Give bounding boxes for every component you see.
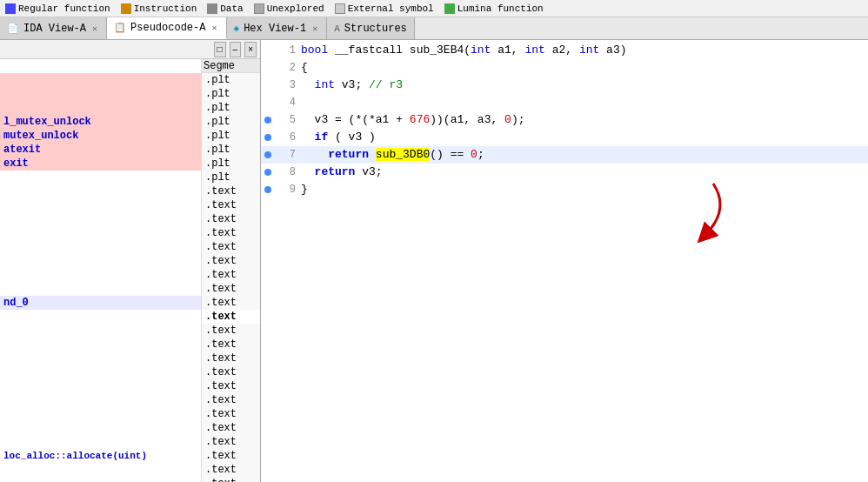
line-content-8: return v3;	[301, 164, 868, 181]
code-line-5: 5 v3 = (*(*a1 + 676))(a1, a3, 0);	[261, 111, 868, 129]
list-item	[0, 87, 201, 101]
line-content-2: {	[301, 59, 868, 77]
list-item	[0, 73, 201, 87]
list-item	[0, 268, 201, 282]
breakpoint-dot-6	[264, 134, 271, 141]
line-number-3: 3	[275, 77, 301, 94]
seg-item: .text	[202, 198, 260, 212]
code-line-2: 2 {	[261, 59, 868, 77]
code-line-3: 3 int v3; // r3	[261, 77, 868, 94]
seg-item: .text	[202, 407, 260, 421]
seg-item: .text	[202, 449, 260, 463]
seg-item: .plt	[202, 129, 260, 143]
legend-data-label: Data	[220, 3, 243, 14]
list-item-mutex-unlock: mutex_unlock	[0, 129, 201, 143]
list-item	[0, 240, 201, 254]
code-line-1: 1 bool __fastcall sub_3EB4(int a1, int a…	[261, 42, 868, 59]
tab-hex-view-close[interactable]: ✕	[310, 23, 319, 35]
list-item	[0, 212, 201, 226]
line-number-2: 2	[275, 59, 301, 77]
list-item	[0, 171, 201, 184]
seg-item: .text	[202, 379, 260, 393]
list-item-l-mutex-unlock: l_mutex_unlock	[0, 115, 201, 129]
tab-ida-view-close[interactable]: ✕	[90, 23, 99, 35]
legend-external-symbol: External symbol	[335, 3, 434, 14]
list-item-loc-alloc: loc_alloc::allocate(uint)	[0, 449, 201, 463]
list-item	[0, 435, 201, 449]
legend-regular-function: Regular function	[5, 3, 110, 14]
line-dot-5	[261, 117, 275, 124]
right-panel: 1 bool __fastcall sub_3EB4(int a1, int a…	[261, 40, 868, 482]
seg-item: .plt	[202, 101, 260, 115]
tab-structures[interactable]: A Structures	[327, 17, 415, 39]
list-item	[0, 407, 201, 421]
list-item-exit: exit	[0, 157, 201, 171]
list-item	[0, 226, 201, 240]
line-dot-6	[261, 134, 275, 141]
seg-item: .text	[202, 184, 260, 198]
line-number-4: 4	[275, 94, 301, 111]
seg-item: .text	[202, 393, 260, 407]
legend-unexplored-label: Unexplored	[267, 3, 324, 14]
seg-item: .text	[202, 240, 260, 254]
tab-structures-label: Structures	[344, 23, 407, 35]
tab-ida-view[interactable]: 📄 IDA View-A ✕	[0, 17, 107, 39]
segment-column: Segme .plt .plt .plt .plt .plt .plt .plt…	[201, 59, 260, 482]
legend-external-symbol-label: External symbol	[348, 3, 434, 14]
seg-item: .text	[202, 421, 260, 435]
list-item	[0, 101, 201, 115]
list-item-nd0: nd_0	[0, 296, 201, 310]
seg-item: .text	[202, 463, 260, 477]
code-line-4: 4	[261, 94, 868, 111]
tab-hex-view[interactable]: ◈ Hex View-1 ✕	[227, 17, 328, 39]
code-line-6: 6 if ( v3 )	[261, 129, 868, 146]
lumina-function-icon	[444, 3, 455, 14]
breakpoint-dot-8	[264, 169, 271, 176]
line-number-9: 9	[275, 181, 301, 198]
segment-column-header-label: Segme	[204, 60, 235, 72]
list-item	[0, 338, 201, 351]
external-symbol-icon	[335, 3, 345, 14]
seg-item: .plt	[202, 87, 260, 101]
panel-minimize-button[interactable]: –	[230, 42, 242, 57]
list-item	[0, 184, 201, 198]
seg-item: .text	[202, 365, 260, 379]
legend-data: Data	[207, 3, 243, 14]
tab-pseudocode-close[interactable]: ✕	[210, 22, 218, 34]
list-item	[0, 324, 201, 338]
line-content-1: bool __fastcall sub_3EB4(int a1, int a2,…	[301, 42, 868, 59]
seg-item: .text	[202, 351, 260, 365]
tab-pseudocode-icon: 📋	[114, 22, 126, 33]
tab-bar: 📄 IDA View-A ✕ 📋 Pseudocode-A ✕ ◈ Hex Vi…	[0, 17, 868, 40]
list-item	[0, 351, 201, 365]
tab-pseudocode[interactable]: 📋 Pseudocode-A ✕	[107, 17, 226, 39]
line-content-6: if ( v3 )	[301, 129, 868, 146]
regular-function-icon	[5, 3, 16, 14]
code-area[interactable]: 1 bool __fastcall sub_3EB4(int a1, int a…	[261, 40, 868, 482]
list-item	[0, 310, 201, 324]
list-item	[0, 254, 201, 268]
line-number-6: 6	[275, 129, 301, 146]
panel-restore-button[interactable]: □	[214, 42, 226, 57]
seg-item: .text	[202, 282, 260, 296]
line-content-5: v3 = (*(*a1 + 676))(a1, a3, 0);	[301, 111, 868, 129]
seg-item: .text	[202, 324, 260, 338]
list-item	[0, 282, 201, 296]
legend-instruction: Instruction	[121, 3, 197, 14]
left-panel-header: □ – ×	[0, 40, 260, 59]
unexplored-icon	[254, 3, 264, 14]
data-icon	[207, 3, 217, 14]
instruction-icon	[121, 3, 131, 14]
line-number-8: 8	[275, 164, 301, 181]
seg-item: .text	[202, 212, 260, 226]
list-item	[0, 59, 201, 73]
code-line-9: 9 }	[261, 181, 868, 198]
list-item	[0, 463, 201, 477]
tab-hex-view-label: Hex View-1	[244, 23, 306, 35]
seg-item: .text	[202, 296, 260, 310]
legend-unexplored: Unexplored	[254, 3, 324, 14]
main-layout: □ – × l_mutex_unlock mutex_unlock atexit…	[0, 40, 868, 482]
seg-item: .plt	[202, 143, 260, 157]
names-column[interactable]: l_mutex_unlock mutex_unlock atexit exit …	[0, 59, 201, 482]
panel-close-button[interactable]: ×	[244, 42, 257, 57]
